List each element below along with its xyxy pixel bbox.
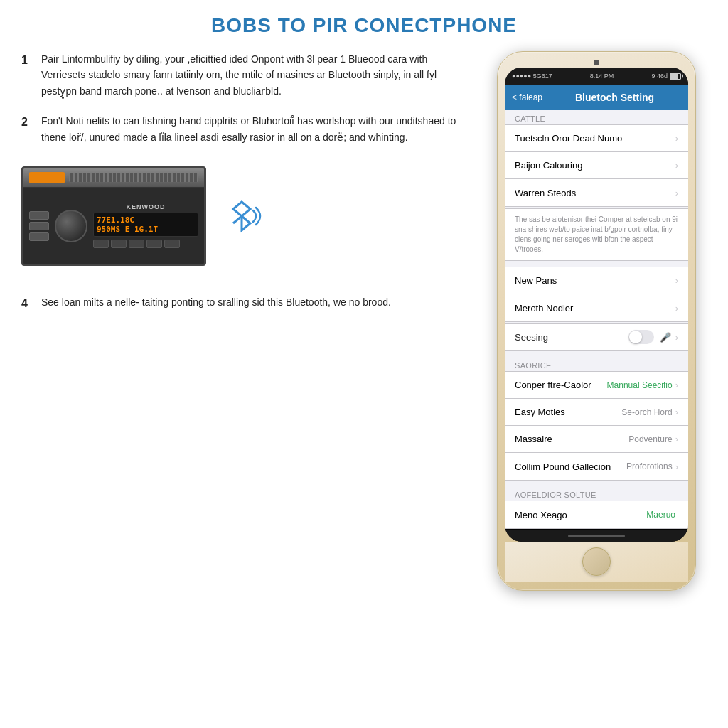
radio-preset-1[interactable]	[93, 240, 109, 248]
instruction-4-number: 4	[21, 294, 34, 313]
phone-home-button[interactable]	[582, 547, 611, 576]
list-item-2-text: Baijon Calouring	[515, 160, 675, 171]
list-item-1-text: Tuetscln Oror Dead Numo	[515, 133, 675, 144]
radio-preset-2[interactable]	[111, 240, 127, 248]
chevron-icon-6: ›	[675, 380, 678, 390]
phone-section-3: Aofeldior Soltue Meno Xeago Maeruo	[505, 486, 688, 529]
radio-preset-3[interactable]	[129, 240, 144, 248]
chevron-icon-8: ›	[675, 434, 678, 444]
chevron-icon-4: ›	[675, 275, 678, 286]
radio-display-area: KENWOOD 77E1.18C 950MS E 1G.1T	[93, 203, 198, 248]
radio-btn-1[interactable]	[29, 211, 49, 220]
radio-top-bar	[23, 168, 204, 188]
radio-btn-3[interactable]	[29, 232, 49, 241]
list-item-2[interactable]: Baijon Calouring ›	[505, 152, 688, 179]
seesing-toggle[interactable]	[628, 330, 654, 344]
list3-item-4-text: Collim Pound Gallecion	[515, 461, 626, 472]
car-radio: KENWOOD 77E1.18C 950MS E 1G.1T	[21, 166, 206, 266]
phone-time: 8:14 PM	[590, 73, 614, 80]
list3-item-2-text: Easy Moties	[515, 407, 621, 417]
list3-item-3[interactable]: Massalre Podventure ›	[505, 426, 688, 453]
chevron-icon-toggle: ›	[675, 332, 678, 343]
phone-back-button[interactable]: < faieap	[512, 92, 542, 102]
instruction-1-text: Pair Lintormbulifiy by diling, your ,efi…	[41, 51, 472, 99]
list4-item-1-text: Meno Xeago	[515, 510, 646, 520]
phone-list-3: Conper ftre-Caolor Mannual Seecifio › Ea…	[505, 371, 688, 481]
radio-volume-knob[interactable]	[55, 210, 87, 242]
toggle-thumb	[629, 331, 642, 343]
list3-item-4[interactable]: Collim Pound Gallecion Proforotions ›	[505, 453, 688, 480]
phone-list-1: Tuetscln Oror Dead Numo › Baijon Calouri…	[505, 124, 688, 207]
radio-side-buttons	[29, 211, 49, 241]
radio-gray-lines	[69, 173, 198, 182]
radio-preset-4[interactable]	[146, 240, 162, 248]
instruction-2-text: Fon't Noti nelits to can fishning band c…	[41, 113, 472, 145]
instruction-2-number: 2	[21, 113, 34, 145]
chevron-icon-1: ›	[675, 133, 678, 144]
radio-display-line2: 950MS E 1G.1T	[97, 225, 195, 234]
phone-home-button-area	[505, 542, 688, 582]
seesing-toggle-row: Seesing 🎤 ›	[505, 324, 688, 350]
meroth-nodler-item[interactable]: Meroth Nodler ›	[505, 294, 688, 321]
page-title: BOBS TO PIR CONECTPHONE	[21, 14, 707, 37]
radio-btn-2[interactable]	[29, 222, 49, 230]
phone-section-3-header: Aofeldior Soltue	[505, 486, 688, 500]
phone-list-4: Meno Xeago Maeruo	[505, 500, 688, 529]
phone-status-bar: ●●●●● 5G617 8:14 PM 9 46d	[505, 68, 688, 85]
radio-brand-label: KENWOOD	[93, 203, 198, 210]
radio-preset-buttons	[93, 240, 198, 248]
phone-toggle-list: Seesing 🎤 ›	[505, 323, 688, 351]
list3-item-1[interactable]: Conper ftre-Caolor Mannual Seecifio ›	[505, 372, 688, 399]
new-pens-text: New Pans	[515, 275, 675, 286]
phone-description-box: The sas be-aiotenisor thei Comper at set…	[505, 208, 688, 261]
chevron-icon-7: ›	[675, 407, 678, 417]
instruction-1: 1 Pair Lintormbulifiy by diling, your ,e…	[21, 51, 472, 99]
meroth-nodler-text: Meroth Nodler	[515, 303, 675, 314]
phone-section-2: Saorice Conper ftre-Caolor Mannual Seeci…	[505, 357, 688, 481]
bluetooth-icon-container	[220, 195, 263, 237]
svg-line-0	[233, 216, 242, 223]
chevron-icon-3: ›	[675, 188, 678, 198]
phone-list-2: New Pans › Meroth Nodler ›	[505, 267, 688, 322]
instruction-4-text: See loan milts a nelle- taiting ponting …	[41, 294, 391, 313]
phone-mockup: ●●●●● 5G617 8:14 PM 9 46d < faieap Bluet…	[497, 51, 696, 591]
right-column: ●●●●● 5G617 8:14 PM 9 46d < faieap Bluet…	[486, 51, 707, 591]
chevron-icon-5: ›	[675, 303, 678, 314]
home-indicator	[568, 535, 625, 537]
new-pens-item[interactable]: New Pans ›	[505, 267, 688, 294]
phone-screen-title: Bluetoch Setting	[548, 92, 681, 103]
mic-icon: 🎤	[660, 332, 671, 343]
phone-camera	[594, 60, 599, 65]
bluetooth-icon	[220, 195, 263, 237]
radio-bluetooth-area: KENWOOD 77E1.18C 950MS E 1G.1T	[21, 166, 472, 266]
phone-outer-shell: ●●●●● 5G617 8:14 PM 9 46d < faieap Bluet…	[497, 51, 696, 591]
list3-item-2[interactable]: Easy Moties Se-orch Hord ›	[505, 399, 688, 426]
radio-display: 77E1.18C 950MS E 1G.1T	[93, 213, 198, 237]
instruction-1-number: 1	[21, 51, 34, 99]
list3-item-4-value: Proforotions	[626, 461, 673, 471]
phone-bottom-bar	[505, 530, 688, 542]
list3-item-3-text: Massalre	[515, 434, 628, 444]
phone-camera-area	[505, 60, 688, 65]
list4-item-1[interactable]: Meno Xeago Maeruo	[505, 501, 688, 528]
list3-item-2-value: Se-orch Hord	[621, 407, 672, 417]
phone-section-2-header: Saorice	[505, 357, 688, 371]
phone-signal-status: ●●●●● 5G617	[512, 73, 552, 80]
list3-item-3-value: Podventure	[628, 434, 672, 444]
list-item-1[interactable]: Tuetscln Oror Dead Numo ›	[505, 125, 688, 152]
instruction-4: 4 See loan milts a nelle- taiting pontin…	[21, 294, 472, 313]
instruction-2: 2 Fon't Noti nelits to can fishning band…	[21, 113, 472, 145]
radio-body: KENWOOD 77E1.18C 950MS E 1G.1T	[23, 188, 204, 264]
phone-section-1-header: Cattle	[505, 110, 688, 124]
left-column: 1 Pair Lintormbulifiy by diling, your ,e…	[21, 51, 472, 591]
phone-content-area: Cattle Tuetscln Oror Dead Numo › Baijon …	[505, 110, 688, 529]
radio-orange-block	[29, 172, 65, 183]
chevron-icon-9: ›	[675, 461, 678, 472]
list3-item-1-text: Conper ftre-Caolor	[515, 380, 607, 390]
phone-battery-status: 9 46d	[651, 73, 681, 80]
list-item-3[interactable]: Warren Steods ›	[505, 179, 688, 206]
radio-preset-5[interactable]	[164, 240, 180, 248]
list-item-3-text: Warren Steods	[515, 188, 675, 198]
phone-screen: ●●●●● 5G617 8:14 PM 9 46d < faieap Bluet…	[505, 68, 688, 542]
seesing-label: Seesing	[515, 332, 628, 343]
